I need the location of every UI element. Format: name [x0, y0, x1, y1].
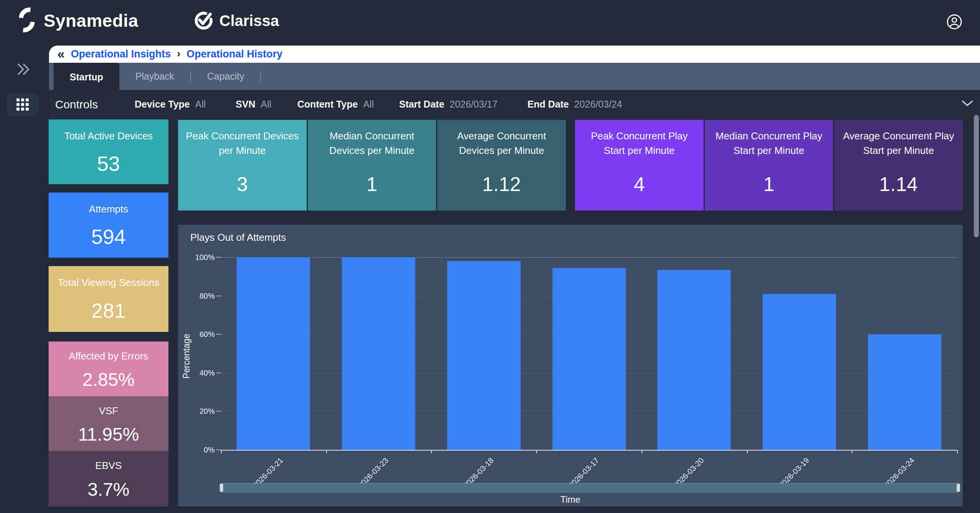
y-tick-mark — [216, 334, 221, 335]
kpi-value: 11.95% — [78, 424, 139, 445]
kpi-card-ebvs: EBVS3.7% — [49, 451, 168, 506]
kpi-card-median-concurrent-play-start-per-minute: Median Concurrent Play Start per Minute1 — [705, 120, 833, 211]
y-tick-label: 80% — [180, 292, 215, 301]
breadcrumb: « Operational Insights › Operational His… — [49, 46, 980, 63]
y-tick-mark — [216, 296, 221, 296]
chart-title: Plays Out of Attempts — [190, 232, 286, 243]
kpi-card-vsf: VSF11.95% — [49, 396, 168, 451]
slider-handle-left[interactable] — [220, 484, 223, 492]
filter-value: 2026/03/17 — [450, 99, 498, 110]
slider-handle-right[interactable] — [957, 484, 960, 492]
y-tick-mark — [216, 449, 221, 450]
kpi-group-concurrent-devices: Peak Concurrent Devices per Minute3Media… — [178, 120, 566, 211]
tab-capacity[interactable]: Capacity — [191, 63, 260, 90]
filter-value: All — [261, 99, 271, 110]
breadcrumb-collapse-icon[interactable]: « — [57, 47, 65, 60]
kpi-value: 1.14 — [879, 173, 918, 196]
filter-device-type[interactable]: Device TypeAll — [135, 99, 206, 110]
y-tick-mark — [216, 372, 221, 373]
bar-2026-03-23[interactable] — [342, 257, 415, 450]
tab-divider — [260, 71, 261, 82]
kpi-value: 1 — [366, 173, 377, 196]
kpi-label: EBVS — [88, 459, 129, 472]
kpi-label: Average Concurrent Devices per Minute — [445, 129, 558, 158]
kpi-card-peak-concurrent-devices-per-minute: Peak Concurrent Devices per Minute3 — [178, 120, 307, 211]
kpi-label: Total Active Devices — [57, 130, 160, 143]
filter-value: All — [195, 99, 206, 110]
sidebar-expand-icon[interactable] — [17, 63, 31, 77]
brand-title: Synamedia — [44, 10, 138, 31]
kpi-value: 2.85% — [82, 369, 134, 390]
filter-label: Start Date — [399, 99, 444, 110]
filter-label: Device Type — [135, 99, 190, 110]
y-tick-label: 100% — [180, 253, 215, 262]
bar-2026-03-18[interactable] — [447, 261, 521, 450]
apps-menu-button[interactable] — [7, 93, 38, 116]
tab-bar: StartupPlaybackCapacity — [49, 63, 980, 90]
bar-2026-03-19[interactable] — [763, 294, 836, 450]
kpi-card-total-active-devices: Total Active Devices53 — [49, 119, 168, 184]
kpi-label: Average Concurrent Play Start per Minute — [842, 129, 955, 158]
filter-end-date[interactable]: End Date2026/03/24 — [528, 99, 622, 110]
kpi-card-average-concurrent-play-start-per-minute: Average Concurrent Play Start per Minute… — [834, 120, 963, 211]
kpi-value: 281 — [91, 299, 126, 322]
apps-grid-icon — [16, 98, 29, 111]
bar-2026-03-20[interactable] — [657, 270, 731, 450]
clarissa-logo-icon — [193, 10, 213, 31]
kpi-group-concurrent-play-start: Peak Concurrent Play Start per Minute4Me… — [575, 120, 963, 211]
kpi-label: Median Concurrent Devices per Minute — [315, 129, 428, 158]
breadcrumb-separator-icon: › — [177, 47, 180, 60]
kpi-value: 594 — [91, 225, 126, 248]
filter-label: SVN — [236, 99, 255, 110]
bar-2026-03-24[interactable] — [868, 334, 941, 450]
filter-start-date[interactable]: Start Date2026/03/17 — [399, 99, 497, 110]
kpi-label: Median Concurrent Play Start per Minute — [712, 129, 825, 158]
filter-label: End Date — [528, 99, 569, 110]
x-axis-line — [221, 450, 957, 451]
clarissa-brand: Clarissa — [193, 10, 279, 31]
filter-value: 2026/03/24 — [574, 99, 622, 110]
kpi-label: Total Viewing Sessions — [50, 276, 167, 289]
filter-value: All — [363, 99, 374, 110]
gridline-100 — [221, 257, 957, 258]
synamedia-logo-icon — [17, 7, 37, 34]
kpi-label: Attempts — [81, 203, 136, 216]
account-icon[interactable] — [946, 13, 963, 31]
kpi-label: Peak Concurrent Devices per Minute — [186, 129, 299, 158]
synamedia-brand: Synamedia — [17, 7, 138, 34]
time-range-slider[interactable] — [221, 483, 959, 492]
kpi-value: 3 — [237, 173, 248, 196]
bar-2026-03-17[interactable] — [552, 268, 626, 450]
filter-content-type[interactable]: Content TypeAll — [297, 99, 374, 110]
kpi-card-total-viewing-sessions: Total Viewing Sessions281 — [49, 266, 168, 332]
kpi-value: 4 — [634, 173, 645, 196]
breadcrumb-link-operational-history[interactable]: Operational History — [186, 48, 283, 60]
y-tick-label: 40% — [180, 369, 215, 377]
kpi-card-average-concurrent-devices-per-minute: Average Concurrent Devices per Minute1.1… — [437, 120, 566, 211]
y-tick-label: 60% — [180, 330, 215, 339]
y-tick-mark — [216, 257, 221, 258]
app-root: Synamedia Clarissa — [0, 0, 980, 513]
filter-label: Content Type — [297, 99, 358, 110]
kpi-card-affected-by-errors: Affected by Errors2.85% — [49, 341, 168, 396]
product-title: Clarissa — [219, 12, 279, 29]
plays-out-of-attempts-panel: Plays Out of Attempts Percentage 0%20%40… — [178, 225, 963, 506]
kpi-label: VSF — [91, 405, 126, 418]
controls-expand-chevron-icon[interactable] — [962, 100, 973, 108]
kpi-card-peak-concurrent-play-start-per-minute: Peak Concurrent Play Start per Minute4 — [575, 120, 704, 211]
kpi-card-attempts: Attempts594 — [49, 193, 168, 258]
y-tick-mark — [216, 411, 221, 412]
x-axis-title: Time — [178, 494, 963, 505]
breadcrumb-link-operational-insights[interactable]: Operational Insights — [71, 48, 171, 60]
bar-2026-03-21[interactable] — [237, 257, 310, 450]
tab-startup[interactable]: Startup — [54, 63, 119, 91]
kpi-label: Peak Concurrent Play Start per Minute — [583, 129, 696, 158]
kpi-value: 53 — [97, 152, 120, 175]
kpi-card-median-concurrent-devices-per-minute: Median Concurrent Devices per Minute1 — [308, 120, 436, 211]
filter-svn[interactable]: SVNAll — [236, 99, 271, 110]
kpi-value: 1 — [763, 173, 774, 196]
vertical-scrollbar-thumb[interactable] — [974, 115, 979, 237]
y-tick-label: 20% — [180, 407, 215, 416]
tab-playback[interactable]: Playback — [119, 63, 190, 90]
controls-bar: Controls Device TypeAllSVNAllContent Typ… — [49, 90, 980, 119]
